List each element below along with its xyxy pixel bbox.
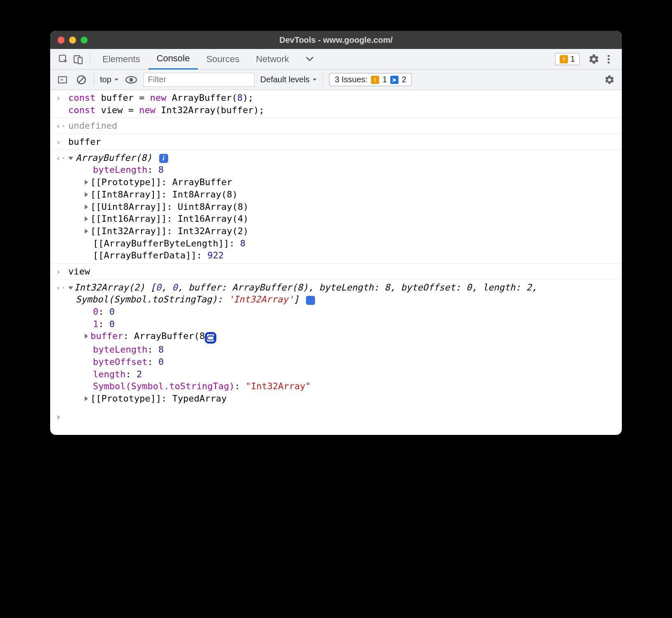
warning-badge[interactable]: ! 1 — [555, 53, 580, 65]
property-row[interactable]: Symbol(Symbol.toStringTag): "Int32Array" — [68, 380, 616, 393]
expand-toggle[interactable]: ArrayBuffer(8) i — [68, 152, 616, 164]
levels-label: Default levels — [260, 75, 310, 84]
console-input-code: view — [68, 265, 616, 278]
property-row[interactable]: [[Uint8Array]]: Uint8Array(8) — [68, 201, 616, 213]
issues-warn-count: 1 — [382, 75, 387, 84]
info-badge-icon[interactable]: i — [159, 154, 168, 163]
tab-console[interactable]: Console — [148, 49, 198, 70]
filter-input[interactable] — [144, 73, 255, 87]
console-toolbar: top Default levels 3 Issues: ! 1 ➤ 2 — [50, 70, 622, 90]
tab-elements[interactable]: Elements — [94, 49, 148, 70]
panel-tabs: Elements Console Sources Network — [94, 49, 322, 70]
console-body: › const buffer = new ArrayBuffer(8); con… — [50, 90, 622, 435]
undefined-value: undefined — [68, 120, 616, 132]
svg-line-8 — [79, 77, 84, 82]
window-title: DevTools - www.google.com/ — [50, 35, 622, 45]
property-row[interactable]: [[Prototype]]: ArrayBuffer — [68, 176, 616, 188]
console-input-code: buffer — [68, 136, 616, 148]
property-row[interactable]: byteOffset: 0 — [68, 356, 616, 368]
devtools-window: DevTools - www.google.com/ Elements Cons… — [50, 31, 622, 435]
console-input-code: const buffer = new ArrayBuffer(8); const… — [68, 92, 616, 116]
output-chevron-icon: ‹· — [56, 281, 68, 293]
property-row[interactable]: byteLength: 8 — [68, 344, 616, 356]
warning-icon: ! — [371, 76, 379, 84]
clear-console-icon[interactable] — [75, 73, 88, 86]
input-chevron-icon: › — [56, 136, 68, 148]
inspect-element-icon[interactable] — [56, 52, 71, 67]
warning-icon: ! — [560, 55, 568, 63]
svg-point-5 — [608, 61, 610, 63]
svg-point-4 — [608, 58, 610, 60]
issues-label: 3 Issues: — [335, 75, 368, 84]
property-row[interactable]: [[Int32Array]]: Int32Array(2) — [68, 225, 616, 237]
property-row[interactable]: 1: 0 — [68, 318, 616, 330]
memory-inspector-icon[interactable] — [205, 332, 216, 344]
titlebar: DevTools - www.google.com/ — [50, 31, 622, 49]
property-row[interactable]: [[Prototype]]: TypedArray — [68, 393, 616, 405]
issues-info-count: 2 — [402, 75, 406, 84]
console-output-row: ‹· undefined — [50, 118, 622, 134]
svg-rect-11 — [208, 336, 214, 340]
info-icon: ➤ — [390, 76, 399, 84]
console-output-row: ‹· ArrayBuffer(8) i byteLength: 8 [[Prot… — [50, 150, 622, 264]
property-row[interactable]: length: 2 — [68, 368, 616, 381]
console-input-row[interactable]: › buffer — [50, 134, 622, 150]
console-input-row[interactable]: › const buffer = new ArrayBuffer(8); con… — [50, 90, 622, 118]
main-tabs-bar: Elements Console Sources Network ! 1 — [50, 49, 622, 70]
maximize-window-button[interactable] — [81, 37, 88, 44]
output-chevron-icon: ‹· — [56, 120, 68, 132]
warning-count: 1 — [570, 54, 575, 64]
info-badge-icon[interactable]: i — [306, 296, 315, 305]
sidebar-toggle-icon[interactable] — [56, 73, 69, 86]
context-selector[interactable]: top — [100, 75, 119, 84]
object-summary: ArrayBuffer(8) — [76, 153, 152, 163]
console-input-row[interactable]: › view — [50, 264, 622, 280]
minimize-window-button[interactable] — [69, 37, 76, 44]
console-output-row: ‹· Int32Array(2) [0, 0, buffer: ArrayBuf… — [50, 280, 622, 407]
property-row[interactable]: byteLength: 8 — [68, 164, 616, 176]
tab-sources[interactable]: Sources — [198, 49, 248, 70]
close-window-button[interactable] — [58, 37, 65, 44]
more-menu-icon[interactable] — [601, 52, 616, 67]
console-settings-gear-icon[interactable] — [603, 73, 616, 86]
property-row[interactable]: buffer: ArrayBuffer(8 — [68, 330, 616, 344]
prompt-chevron-icon: › — [56, 411, 68, 423]
property-row[interactable]: [[Int8Array]]: Int8Array(8) — [68, 188, 616, 201]
console-prompt[interactable]: › — [50, 407, 622, 435]
settings-gear-icon[interactable] — [586, 52, 601, 67]
expand-toggle[interactable]: Int32Array(2) [0, 0, buffer: ArrayBuffer… — [68, 281, 616, 306]
device-toggle-icon[interactable] — [71, 52, 86, 67]
property-row[interactable]: 0: 0 — [68, 306, 616, 318]
tab-more[interactable] — [297, 49, 322, 70]
property-row[interactable]: [[ArrayBufferByteLength]]: 8 — [68, 237, 616, 250]
property-row[interactable]: [[Int16Array]]: Int16Array(4) — [68, 213, 616, 225]
log-levels-selector[interactable]: Default levels — [260, 75, 317, 84]
svg-point-3 — [608, 55, 610, 57]
input-chevron-icon: › — [56, 92, 68, 104]
property-row[interactable]: [[ArrayBufferData]]: 922 — [68, 249, 616, 262]
context-label: top — [100, 75, 111, 84]
tab-network[interactable]: Network — [248, 49, 297, 70]
output-chevron-icon: ‹· — [56, 152, 68, 164]
traffic-lights — [58, 37, 88, 44]
live-expression-icon[interactable] — [125, 73, 138, 86]
issues-button[interactable]: 3 Issues: ! 1 ➤ 2 — [329, 73, 412, 86]
svg-rect-2 — [78, 57, 82, 63]
input-chevron-icon: › — [56, 265, 68, 277]
svg-point-10 — [129, 78, 133, 81]
